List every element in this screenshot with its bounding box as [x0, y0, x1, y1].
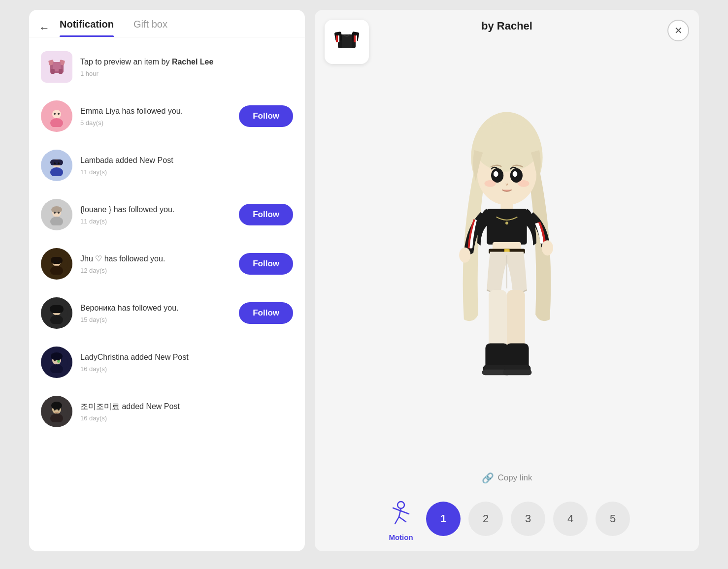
notif-text-jhu: Jhu ♡ has followed you. [80, 253, 231, 264]
notif-time-louane: 11 day(s) [80, 218, 231, 225]
svg-point-15 [54, 162, 56, 164]
notif-time-rachel: 1 hour [80, 70, 293, 77]
svg-point-85 [397, 502, 404, 508]
notif-item-veronika[interactable]: Вероника has followed you. 15 day(s) Fol… [29, 288, 305, 338]
svg-point-38 [51, 352, 63, 360]
notif-time-emma: 5 day(s) [80, 119, 231, 126]
ladychristina-avatar-icon [46, 351, 67, 373]
notif-time-jo: 16 day(s) [80, 414, 293, 422]
right-panel: by Rachel ✕ [315, 10, 699, 551]
notif-time-ladychristina: 16 day(s) [80, 365, 293, 373]
notif-item-rachel[interactable]: Tap to preview an item by Rachel Lee 1 h… [29, 42, 305, 92]
notif-content-jo: 조미조미료 added New Post 16 day(s) [80, 401, 293, 421]
svg-point-19 [51, 206, 62, 213]
svg-point-69 [505, 221, 508, 224]
notif-content-veronika: Вероника has followed you. 15 day(s) [80, 303, 231, 323]
jo-avatar-icon [46, 401, 67, 422]
avatar-lambada [41, 150, 72, 181]
svg-point-10 [58, 113, 60, 115]
motion-num-2[interactable]: 2 [468, 502, 503, 536]
follow-button-jhu[interactable]: Follow [239, 253, 293, 275]
svg-rect-53 [354, 35, 356, 42]
svg-rect-52 [336, 35, 338, 42]
notif-item-emma[interactable]: Emma Liya has followed you. 5 day(s) Fol… [29, 92, 305, 141]
notif-item-jhu[interactable]: Jhu ♡ has followed you. 12 day(s) Follow [29, 239, 305, 288]
avatar-clothing [41, 51, 72, 83]
right-title: by Rachel [481, 20, 532, 32]
notif-content-emma: Emma Liya has followed you. 5 day(s) [80, 106, 231, 126]
jhu-avatar-icon [46, 253, 67, 275]
veronika-avatar-icon [46, 302, 67, 324]
link-icon: 🔗 [482, 472, 494, 484]
svg-rect-13 [50, 159, 63, 165]
svg-rect-55 [356, 35, 357, 42]
notif-item-jo[interactable]: 조미조미료 added New Post 16 day(s) [29, 387, 305, 436]
notif-content-jhu: Jhu ♡ has followed you. 12 day(s) [80, 253, 231, 274]
motion-num-1[interactable]: 1 [426, 502, 461, 536]
svg-point-41 [57, 360, 60, 363]
notif-text-lambada: Lambada added New Post [80, 155, 293, 166]
tab-notification[interactable]: Notification [60, 19, 114, 37]
notif-time-veronika: 15 day(s) [80, 316, 231, 323]
svg-point-21 [54, 212, 56, 214]
motion-icon-circle [384, 496, 418, 530]
left-panel: ← Notification Gift box Tap to preview [29, 10, 305, 551]
svg-point-84 [542, 240, 553, 255]
close-button[interactable]: ✕ [667, 20, 689, 41]
svg-point-27 [54, 261, 56, 263]
motion-num-4[interactable]: 4 [553, 502, 588, 536]
motion-stick-icon [388, 500, 414, 526]
avatar-emma [41, 100, 72, 132]
avatar-jo [41, 396, 72, 427]
svg-point-9 [54, 113, 56, 115]
svg-point-45 [51, 402, 62, 410]
follow-button-emma[interactable]: Follow [239, 105, 293, 127]
svg-point-59 [474, 122, 539, 171]
svg-rect-54 [338, 35, 339, 42]
svg-point-66 [484, 180, 496, 187]
svg-point-33 [54, 310, 56, 312]
avatar-veronika [41, 297, 72, 329]
svg-point-67 [518, 180, 529, 187]
notif-text-veronika: Вероника has followed you. [80, 303, 231, 314]
svg-line-90 [399, 517, 406, 522]
notif-content-louane: {louane } has followed you. 11 day(s) [80, 204, 231, 224]
follow-button-louane[interactable]: Follow [239, 204, 293, 225]
tabs-header: ← Notification Gift box [29, 10, 305, 37]
svg-point-83 [459, 247, 470, 262]
notif-time-lambada: 11 day(s) [80, 168, 293, 176]
back-button[interactable]: ← [39, 23, 50, 33]
svg-point-65 [514, 172, 517, 175]
notif-item-ladychristina[interactable]: LadyChristina added New Post 16 day(s) [29, 338, 305, 387]
svg-point-39 [54, 359, 56, 361]
notif-text-jo: 조미조미료 added New Post [80, 401, 293, 412]
svg-point-47 [58, 409, 60, 411]
avatar-louane [41, 199, 72, 230]
tab-giftbox[interactable]: Gift box [133, 19, 167, 37]
right-header: by Rachel ✕ [325, 20, 689, 32]
motion-num-3[interactable]: 3 [511, 502, 545, 536]
motion-num-5[interactable]: 5 [596, 502, 630, 536]
clothing-icon [46, 56, 67, 78]
notif-item-louane[interactable]: {louane } has followed you. 11 day(s) Fo… [29, 190, 305, 239]
svg-line-88 [401, 511, 409, 514]
follow-button-veronika[interactable]: Follow [239, 302, 293, 324]
louane-avatar-icon [46, 204, 67, 225]
avatar-display [325, 42, 689, 472]
notif-text-ladychristina: LadyChristina added New Post [80, 352, 293, 363]
svg-point-7 [52, 110, 61, 119]
svg-rect-76 [507, 289, 525, 351]
copy-link[interactable]: 🔗 Copy link [482, 472, 532, 484]
svg-point-34 [58, 310, 60, 312]
svg-rect-4 [51, 69, 55, 74]
svg-point-64 [495, 172, 497, 175]
motion-button[interactable]: Motion [384, 496, 418, 541]
svg-rect-82 [503, 369, 531, 375]
svg-rect-32 [50, 305, 64, 313]
motion-bar: Motion 1 2 3 4 5 [325, 496, 689, 541]
notif-item-lambada[interactable]: Lambada added New Post 11 day(s) [29, 141, 305, 190]
notif-content-lambada: Lambada added New Post 11 day(s) [80, 155, 293, 175]
svg-rect-5 [59, 69, 63, 74]
character-3d-avatar [428, 105, 586, 410]
notif-text-rachel: Tap to preview an item by Rachel Lee [80, 57, 293, 67]
